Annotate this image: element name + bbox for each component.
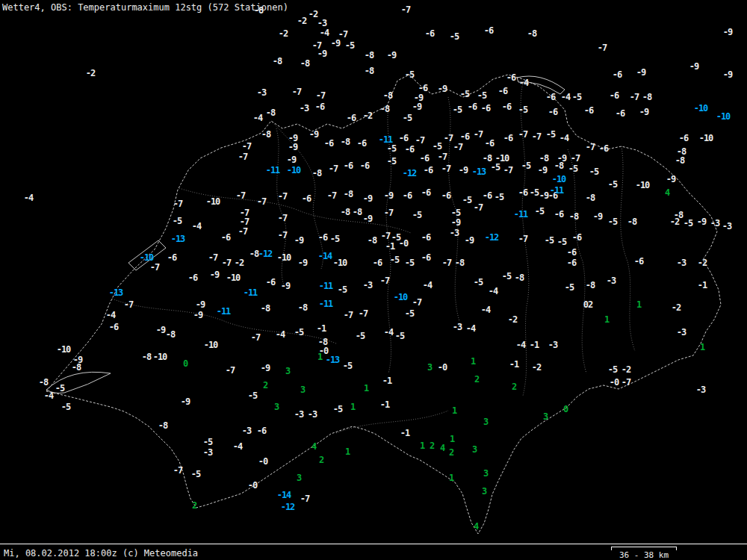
station-temp: -10 (204, 340, 218, 350)
station-temp: -8 (39, 377, 48, 388)
station-temp: -7 (327, 190, 336, 201)
station-temp: -5 (412, 210, 421, 220)
station-temp: -9 (451, 217, 460, 228)
station-temp: -6 (399, 133, 408, 143)
station-temp: 3 (483, 468, 488, 479)
station-temp: -8 (365, 66, 374, 76)
station-temp: -7 (257, 196, 266, 207)
station-temp: -5 (565, 282, 574, 293)
station-temp: -5 (395, 331, 404, 341)
station-temp: -10 (636, 180, 650, 190)
station-temp: -1 (317, 323, 326, 334)
station-temp: -6 (420, 153, 429, 164)
map-scale: 36 - 38 km (611, 547, 677, 560)
station-temp: -4 (384, 327, 393, 337)
station-temp: -9 (193, 310, 202, 320)
station-temp: -7 (278, 213, 287, 223)
station-temp: -7 (236, 190, 245, 201)
station-temp: -6 (634, 256, 643, 267)
station-temp: -8 (455, 258, 464, 268)
station-temp: -4 (44, 391, 53, 401)
station-temp: -10 (495, 153, 509, 164)
station-temp: -6 (481, 103, 490, 113)
station-temp: 02 (583, 299, 592, 310)
station-temp: -8 (261, 129, 270, 140)
station-temp: -2 (508, 314, 517, 325)
station-temp: -6 (613, 69, 622, 80)
station-temp: -10 (694, 103, 708, 113)
station-temp: -4 (192, 221, 201, 231)
station-temp: -4 (489, 286, 498, 296)
station-temp: -8 (675, 155, 684, 166)
station-temp: -8 (569, 211, 578, 222)
station-temp: -5 (390, 255, 399, 265)
station-temp: -7 (251, 332, 260, 343)
station-temp: 1 (449, 473, 453, 483)
station-temp: -6 (302, 193, 311, 204)
station-temp: -6 (484, 25, 493, 36)
station-temp: -6 (221, 232, 230, 243)
station-temp: -7 (622, 377, 630, 388)
station-temp: -2 (297, 16, 306, 26)
station-temp: -7 (503, 165, 512, 175)
station-temp: -5 (502, 271, 511, 281)
station-temp: -6 (483, 190, 492, 201)
station-temp: -9 (723, 27, 732, 37)
station-temp: 4 (311, 441, 316, 452)
station-temp: -10 (226, 273, 241, 283)
station-temp: -6 (518, 187, 527, 198)
station-temp: -7 (226, 365, 235, 376)
station-temp: -5 (61, 402, 70, 412)
station-temp: -2 (532, 362, 541, 373)
station-temp: -8 (249, 249, 258, 259)
station-temp: -1 (382, 376, 391, 386)
station-temp: -6 (360, 161, 369, 171)
station-temp: -7 (442, 258, 451, 268)
station-temp: -5 (462, 195, 471, 205)
station-temp: 3 (427, 362, 432, 373)
station-temp: -13 (109, 287, 123, 298)
station-temp: 1 (450, 434, 454, 444)
station-temp: -6 (460, 131, 469, 142)
station-temp: -7 (412, 297, 421, 308)
station-temp: -9 (689, 61, 698, 72)
station-temp: -0 (399, 238, 408, 249)
station-temp: 1 (420, 441, 424, 451)
station-temp: -7 (415, 135, 424, 146)
station-temp: -6 (567, 247, 576, 258)
station-temp: -7 (173, 199, 182, 209)
station-temp: -6 (468, 102, 477, 112)
station-temp: -6 (421, 232, 430, 243)
station-temp: -6 (318, 232, 327, 243)
station-temp: -3 (257, 87, 266, 98)
station-temp: -6 (441, 190, 450, 201)
station-temp: -10 (552, 174, 566, 184)
station-temp: -5 (294, 327, 303, 337)
station-temp: -3 (242, 426, 251, 436)
station-temp: -8 (312, 168, 321, 178)
station-temp: -5 (343, 361, 352, 371)
station-temp: -5 (545, 235, 554, 246)
station-temp: 0 (183, 358, 187, 369)
station-temp: -5 (557, 237, 566, 247)
footer-timestamp: Mi, 08.02.2012 18:00z (c) Meteomedia (4, 548, 198, 559)
station-temp: -2 (698, 258, 707, 268)
station-temp: -3 (308, 409, 317, 420)
station-temp: -1 (380, 399, 389, 410)
station-temp: -6 (554, 209, 563, 220)
station-temp: -9 (593, 211, 602, 222)
station-temp: -5 (589, 167, 598, 177)
station-temp: -5 (451, 208, 460, 218)
station-temp: 1 (364, 383, 368, 393)
station-temp: -5 (608, 364, 617, 375)
station-temp: -2 (622, 364, 630, 375)
station-temp: -11 (266, 165, 280, 175)
station-temp: -3 (548, 340, 557, 350)
station-temp: -9 (697, 217, 706, 227)
station-temp: -12 (281, 502, 295, 512)
station-temp: -5 (530, 187, 539, 198)
station-temp: -10 (699, 133, 713, 143)
station-temp: -6 (572, 232, 581, 243)
station-temp: -7 (124, 299, 133, 310)
station-temp: -9 (261, 363, 270, 373)
